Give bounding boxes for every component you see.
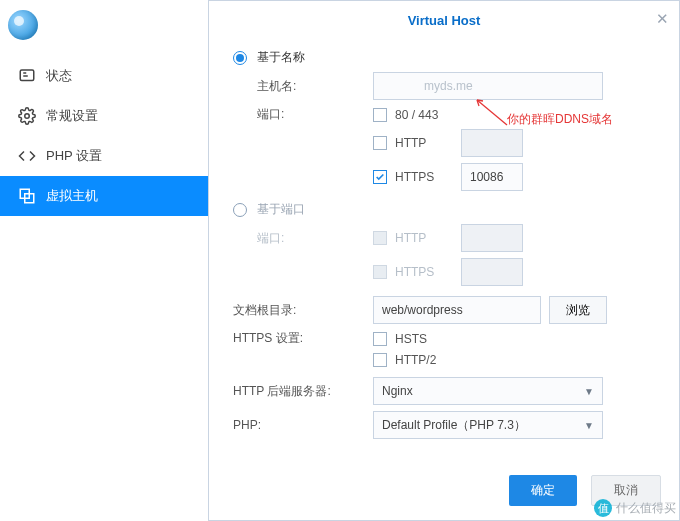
sidebar-item-virtual-host[interactable]: 虚拟主机 <box>0 176 208 216</box>
bp-https-checkbox <box>373 265 387 279</box>
docroot-label: 文档根目录: <box>233 302 373 319</box>
http-port-input[interactable] <box>461 129 523 157</box>
port-default-checkbox[interactable] <box>373 108 387 122</box>
docroot-input[interactable] <box>373 296 541 324</box>
ok-button[interactable]: 确定 <box>509 475 577 506</box>
bp-http-port-input <box>461 224 523 252</box>
status-icon <box>18 67 36 85</box>
based-port-port-label: 端口: <box>233 230 373 247</box>
port-default-text: 80 / 443 <box>395 108 438 122</box>
panel-title: Virtual Host <box>408 13 481 28</box>
based-on-port-radio[interactable] <box>233 203 247 217</box>
based-on-name-label: 基于名称 <box>257 49 305 66</box>
bp-http-checkbox <box>373 231 387 245</box>
https-port-input[interactable] <box>461 163 523 191</box>
https-label: HTTPS <box>395 170 453 184</box>
sidebar-item-label: 常规设置 <box>46 107 98 125</box>
http-checkbox[interactable] <box>373 136 387 150</box>
hsts-label: HSTS <box>395 332 427 346</box>
watermark-text: 什么值得买 <box>616 500 676 517</box>
http2-label: HTTP/2 <box>395 353 436 367</box>
virtual-host-panel: Virtual Host ✕ 基于名称 主机名: 你的群晖DDNS域名 <box>208 0 680 521</box>
hostname-input[interactable] <box>373 72 603 100</box>
hsts-checkbox[interactable] <box>373 332 387 346</box>
code-icon <box>18 147 36 165</box>
backend-label: HTTP 后端服务器: <box>233 383 373 400</box>
sidebar-item-status[interactable]: 状态 <box>0 56 208 96</box>
https-settings-label: HTTPS 设置: <box>233 330 373 347</box>
https-checkbox[interactable] <box>373 170 387 184</box>
bp-https-label: HTTPS <box>395 265 453 279</box>
backend-select[interactable]: Nginx ▼ <box>373 377 603 405</box>
svg-point-1 <box>25 114 30 119</box>
http-label: HTTP <box>395 136 453 150</box>
bp-https-port-input <box>461 258 523 286</box>
based-on-port-label: 基于端口 <box>257 201 305 218</box>
chevron-down-icon: ▼ <box>584 386 594 397</box>
bp-http-label: HTTP <box>395 231 453 245</box>
watermark-badge-icon: 值 <box>594 499 612 517</box>
sidebar-item-php[interactable]: PHP 设置 <box>0 136 208 176</box>
app-logo-icon <box>8 10 38 40</box>
sidebar-item-label: PHP 设置 <box>46 147 102 165</box>
http2-checkbox[interactable] <box>373 353 387 367</box>
close-icon[interactable]: ✕ <box>656 10 669 28</box>
port-label: 端口: <box>233 106 373 123</box>
sidebar-item-general[interactable]: 常规设置 <box>0 96 208 136</box>
sidebar: 状态 常规设置 PHP 设置 虚拟主机 <box>0 0 208 521</box>
watermark: 值 什么值得买 <box>594 499 676 517</box>
hostname-label: 主机名: <box>233 78 373 95</box>
chevron-down-icon: ▼ <box>584 420 594 431</box>
sidebar-item-label: 状态 <box>46 67 72 85</box>
php-select[interactable]: Default Profile（PHP 7.3） ▼ <box>373 411 603 439</box>
layers-icon <box>18 187 36 205</box>
gear-icon <box>18 107 36 125</box>
php-label: PHP: <box>233 418 373 432</box>
browse-button[interactable]: 浏览 <box>549 296 607 324</box>
based-on-name-radio[interactable] <box>233 51 247 65</box>
sidebar-item-label: 虚拟主机 <box>46 187 98 205</box>
php-value: Default Profile（PHP 7.3） <box>382 417 526 434</box>
backend-value: Nginx <box>382 384 413 398</box>
